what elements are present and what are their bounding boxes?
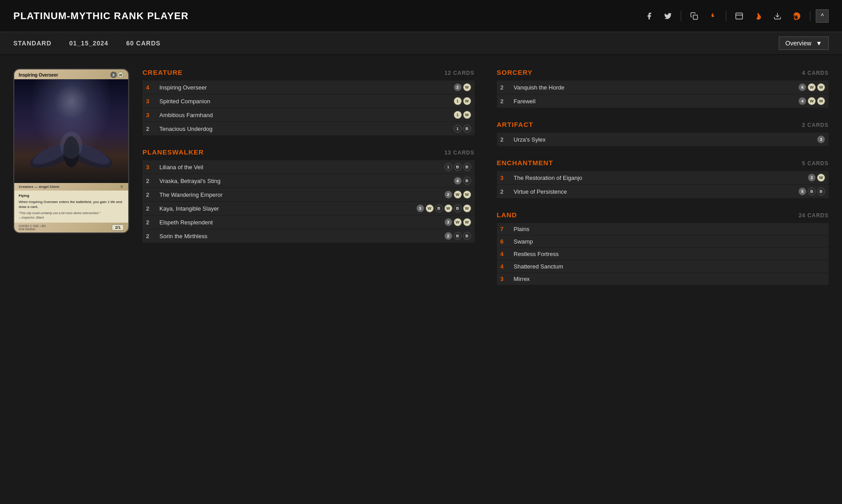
card-quantity: 7 — [500, 226, 509, 232]
card-set-info: 018/281 C SNC • EN Irina Nordsol — [19, 224, 45, 231]
mana-symbol: W — [808, 97, 816, 105]
mana-symbol: W — [817, 174, 825, 182]
section-count: 12 CARDS — [444, 70, 474, 76]
mana-symbol: W — [454, 191, 462, 199]
section-count: 24 CARDS — [799, 212, 829, 219]
card-row[interactable]: 7 Plains — [497, 223, 829, 236]
svg-point-9 — [60, 132, 82, 159]
card-row[interactable]: 4 Restless Fortress — [497, 248, 829, 260]
card-row[interactable]: 4 Inspiring Overseer 2W — [142, 81, 475, 94]
card-back-icon[interactable] — [732, 10, 747, 22]
card-row[interactable]: 2 Virtue of Persistence 5BB — [497, 185, 829, 199]
mana-symbol: W — [817, 97, 825, 105]
mana-symbol: 4 — [454, 177, 462, 185]
card-quantity: 3 — [146, 112, 155, 118]
card-row[interactable]: 3 Spirited Companion 1W — [142, 94, 475, 108]
overview-label: Overview — [785, 40, 811, 47]
card-row[interactable]: 2 Elspeth Resplendent 3WW — [142, 215, 475, 229]
mana-symbol: W — [463, 111, 471, 119]
svg-rect-0 — [693, 15, 698, 19]
mana-symbol: B — [808, 187, 816, 195]
card-mana-cost: 2WW — [444, 191, 471, 199]
download-icon[interactable] — [770, 10, 785, 22]
card-mana-cost: 2W — [454, 83, 471, 91]
card-keyword: Flying — [19, 193, 124, 199]
mana-symbol: B — [454, 204, 462, 212]
card-quantity: 2 — [500, 84, 509, 91]
fire-mana-icon[interactable] — [705, 10, 720, 22]
section-header: CREATURE12 CARDS — [142, 69, 475, 76]
section-title: SORCERY — [497, 69, 533, 76]
mana-symbol: B — [454, 232, 462, 240]
flame-icon[interactable] — [789, 10, 805, 22]
card-quantity: 2 — [146, 126, 155, 132]
card-mana-cost: 3WW — [444, 218, 471, 226]
card-row[interactable]: 2 Sorin the Mirthless 2BB — [142, 229, 475, 243]
mana-fire-icon[interactable] — [750, 10, 766, 22]
card-row[interactable]: 3 The Restoration of Eiganjo 2W — [497, 171, 829, 185]
overview-dropdown[interactable]: Overview ▼ — [779, 37, 829, 50]
card-row[interactable]: 4 Shattered Sanctum — [497, 260, 829, 273]
mana-symbol: 1 — [454, 125, 462, 133]
card-type: Creature — Angel Cleric — [19, 185, 60, 189]
facebook-icon[interactable] — [642, 10, 657, 22]
card-row[interactable]: 2 Vraska, Betrayal's Sting 4B — [142, 174, 475, 188]
twitter-icon[interactable] — [660, 10, 675, 22]
card-quantity: 4 — [500, 251, 509, 257]
card-preview-panel: Inspiring Overseer 2 W — [13, 69, 129, 298]
card-row[interactable]: 2 Farewell 4WW — [497, 94, 829, 108]
mana-symbol: B — [454, 163, 462, 171]
card-row[interactable]: 2 The Wandering Emperor 2WW — [142, 188, 475, 202]
mana-symbol: W — [808, 83, 816, 91]
card-mana-cost: 1BB — [444, 163, 471, 171]
card-quantity: 3 — [500, 175, 509, 181]
divider-3 — [810, 11, 810, 21]
mana-symbol: 6 — [798, 83, 806, 91]
section-header: ARTIFACT2 CARDS — [497, 121, 829, 128]
deck-section: CREATURE12 CARDS 4 Inspiring Overseer 2W… — [142, 69, 475, 136]
copy-icon[interactable] — [687, 10, 702, 22]
card-name: The Wandering Emperor — [159, 191, 444, 198]
card-row[interactable]: 2 Tenacious Underdog 1B — [142, 122, 475, 136]
card-mana-cost: 5BB — [798, 187, 825, 195]
card-row[interactable]: 6 Swamp — [497, 236, 829, 248]
card-row[interactable]: 3 Liliana of the Veil 1BB — [142, 160, 475, 174]
mana-white: W — [118, 72, 124, 78]
card-pt: 2/1 — [112, 224, 124, 231]
section-title: ENCHANTMENT — [497, 159, 553, 167]
card-name: Sorin the Mirthless — [159, 233, 444, 240]
card-quantity: 2 — [146, 191, 155, 198]
card-row[interactable]: 2 Urza's Sylex 3 — [497, 133, 829, 146]
card-name: Elspeth Resplendent — [159, 219, 444, 226]
card-name: Shattered Sanctum — [514, 263, 826, 270]
section-header: SORCERY4 CARDS — [497, 69, 829, 76]
section-count: 13 CARDS — [444, 150, 474, 156]
card-name: Urza's Sylex — [514, 136, 818, 143]
nav-bar: STANDARD 01_15_2024 60 CARDS Overview ▼ — [0, 32, 842, 55]
mana-symbol: B — [817, 187, 825, 195]
mana-symbol: W — [463, 191, 471, 199]
chevron-up-button[interactable]: ^ — [816, 9, 829, 23]
header: PLATINUM-MYTHIC RANK PLAYER ^ — [0, 0, 842, 32]
card-row[interactable]: 3 Ambitious Farmhand 1W — [142, 108, 475, 122]
card-set-icon: ⚜ — [120, 184, 124, 189]
mana-symbol: 3 — [817, 135, 825, 143]
card-mana-cost: 4WW — [798, 97, 825, 105]
card-row[interactable]: 2 Vanquish the Horde 6WW — [497, 81, 829, 94]
card-name: Vraska, Betrayal's Sting — [159, 178, 454, 184]
mana-symbol: 2 — [808, 174, 816, 182]
card-mana-cost: 3 — [817, 135, 825, 143]
card-mana-cost: 1B — [454, 125, 471, 133]
mana-symbol: 3 — [416, 204, 424, 212]
mana-symbol: W — [817, 83, 825, 91]
mana-symbol: W — [463, 97, 471, 105]
mana-symbol: W — [426, 204, 434, 212]
card-name: Inspiring Overseer — [159, 84, 454, 91]
section-title: PLANESWALKER — [142, 148, 204, 156]
right-deck-column: SORCERY4 CARDS 2 Vanquish the Horde 6WW … — [497, 69, 829, 298]
card-row[interactable]: 2 Kaya, Intangible Slayer 3WBWBW — [142, 202, 475, 215]
card-mana-cost: 2BB — [444, 232, 471, 240]
card-row[interactable]: 3 Mirrex — [497, 273, 829, 285]
mana-symbol: W — [454, 218, 462, 226]
site-title: PLATINUM-MYTHIC RANK PLAYER — [13, 10, 189, 22]
